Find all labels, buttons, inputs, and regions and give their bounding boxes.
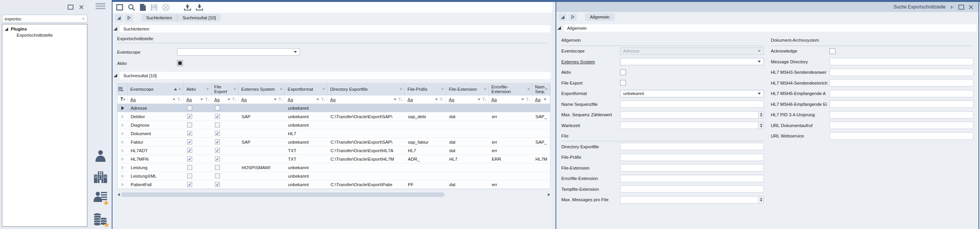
maximize-icon[interactable] (958, 5, 964, 10)
tree-node-plugins[interactable]: Plugins (5, 27, 85, 31)
checkbox[interactable] (187, 173, 192, 178)
pin-icon[interactable] (441, 87, 445, 91)
plugin-search-input[interactable]: exportsc × (2, 15, 87, 23)
checkbox[interactable]: ✓ (215, 156, 220, 161)
input-hl7-msh6-empfangende-ei[interactable] (830, 100, 973, 108)
close-icon[interactable] (79, 5, 84, 10)
spin-down-icon[interactable] (760, 200, 762, 202)
clear-filter-icon[interactable] (232, 98, 237, 102)
scroll-right-icon[interactable] (547, 193, 551, 197)
spin-down-icon[interactable] (760, 126, 762, 127)
filter-cell-aktiv[interactable]: Aa (184, 95, 211, 103)
column-header-file_extension[interactable]: File-Extension (446, 83, 489, 95)
input-message-directory[interactable] (830, 58, 973, 65)
new-document-icon[interactable] (140, 3, 146, 11)
column-chooser-cell[interactable] (118, 83, 128, 95)
table-row[interactable]: HL7MFN✓✓TXTC:\Transfer\Oracle\Export\HL7… (118, 155, 550, 163)
checkbox-acknowledge[interactable] (830, 48, 835, 54)
checkbox[interactable] (215, 122, 220, 127)
checkbox[interactable]: ✓ (187, 182, 192, 187)
spinner-wartezeit[interactable] (620, 122, 764, 129)
input-hl7-pid-3-4-ursprung[interactable] (830, 111, 973, 119)
clear-filter-icon[interactable] (440, 98, 444, 102)
maximize-icon[interactable] (68, 5, 73, 10)
menu-icon[interactable] (95, 3, 106, 10)
horizontal-scrollbar[interactable] (117, 192, 551, 197)
input-directory-exportfile[interactable] (620, 143, 764, 150)
checkbox[interactable]: ✓ (215, 139, 220, 144)
row-expander[interactable] (118, 140, 128, 144)
row-expander[interactable] (118, 123, 128, 127)
checkbox[interactable]: ✓ (215, 114, 220, 119)
person-icon[interactable] (94, 149, 107, 163)
row-expander-icon[interactable] (121, 166, 124, 170)
hospital-icon[interactable] (94, 171, 107, 184)
column-header-directory_exportfile[interactable]: Directory Exportfile (327, 83, 405, 95)
filter-cell-exportformat[interactable]: Aa (285, 95, 327, 103)
aktiv-tristate-checkbox[interactable] (177, 60, 183, 66)
row-expander[interactable] (118, 157, 128, 161)
clear-search-icon[interactable]: × (82, 16, 85, 22)
checkbox[interactable] (187, 165, 192, 170)
filter-cell-eventscope[interactable]: Aa (128, 95, 184, 103)
spin-down-icon[interactable] (760, 115, 762, 117)
filter-icon[interactable] (120, 97, 125, 102)
clear-filter-icon[interactable] (205, 98, 210, 102)
row-expander[interactable] (118, 183, 128, 187)
checkbox[interactable]: ✓ (187, 131, 192, 136)
filter-cell-directory_exportfile[interactable]: Aa (327, 95, 405, 103)
results-section-header[interactable]: Suchresultat [10] (114, 72, 551, 79)
clear-filter-icon[interactable] (177, 98, 182, 102)
input-hl7-msh5-empfangende-a[interactable] (830, 90, 973, 97)
row-expander[interactable] (118, 115, 128, 119)
filter-cell-file_praefix[interactable]: Aa (405, 95, 446, 103)
input-hl7-msh4-sendendeeinrich[interactable] (830, 79, 973, 87)
window-icon[interactable] (116, 4, 123, 11)
clear-filter-icon[interactable] (526, 98, 530, 102)
filter-cell-errorfile_extension[interactable]: Aa (489, 95, 532, 103)
table-row[interactable]: Diagnoseunbekannt (118, 121, 550, 129)
tree-node-exportschnittstelle[interactable]: Exportschnittstelle (5, 33, 85, 37)
pin-icon[interactable] (527, 87, 531, 91)
checkbox[interactable] (187, 105, 192, 110)
input-name-sequenzfile[interactable] (620, 100, 764, 108)
input-tempfile-extension[interactable] (620, 185, 764, 193)
input-hl7-msh3-sendendeanwer[interactable] (830, 69, 973, 76)
scrollbar-track[interactable] (121, 192, 547, 197)
spinner-buttons[interactable] (758, 112, 764, 118)
clear-filter-icon[interactable] (398, 98, 403, 102)
person-list-star-icon[interactable] (94, 191, 107, 205)
collapse-all-icon[interactable] (559, 14, 567, 21)
column-header-eventscope[interactable]: Eventscope (128, 83, 184, 95)
column-header-file_export[interactable]: File Export (211, 83, 239, 95)
scroll-left-icon[interactable] (117, 193, 120, 197)
collapse-all-icon[interactable] (115, 14, 123, 22)
row-expander-icon[interactable] (121, 132, 124, 136)
tab-suchresultat[interactable]: Suchresultat [10] (177, 14, 221, 22)
expand-icon[interactable] (569, 14, 577, 21)
column-header-aktiv[interactable]: Aktiv (184, 83, 211, 95)
pin-icon[interactable] (399, 87, 403, 91)
filter-menu-cell[interactable] (118, 95, 128, 103)
table-row[interactable]: LeistungXMLunbekannt (118, 172, 550, 180)
row-expander-icon[interactable] (121, 174, 124, 178)
filter-cell-file_export[interactable]: Aa (211, 95, 239, 103)
pin-icon[interactable] (483, 87, 487, 91)
upload-icon[interactable] (184, 3, 191, 11)
row-expander-icon[interactable] (121, 157, 124, 161)
row-expander[interactable] (118, 166, 128, 170)
column-header-externes_system[interactable]: Externes System (239, 83, 285, 95)
column-header-errorfile_extension[interactable]: Errorfile-Extension (489, 83, 532, 95)
checkbox[interactable]: ✓ (215, 148, 220, 153)
table-row[interactable]: Dokument✓✓HL7 (118, 129, 550, 138)
clear-filter-icon[interactable] (321, 98, 326, 102)
filter-cell-name_seq[interactable]: Aa (532, 95, 550, 103)
row-expander-icon[interactable] (121, 183, 124, 187)
pin-icon[interactable] (545, 87, 549, 91)
spinner-buttons[interactable] (758, 122, 764, 129)
input-url-webservice[interactable] (830, 132, 973, 140)
spin-up-icon[interactable] (760, 124, 762, 125)
filter-cell-file_extension[interactable]: Aa (446, 95, 489, 103)
spinner-max-sequenz-z-hlerwert[interactable] (620, 111, 764, 119)
row-expander-icon[interactable] (121, 140, 124, 144)
